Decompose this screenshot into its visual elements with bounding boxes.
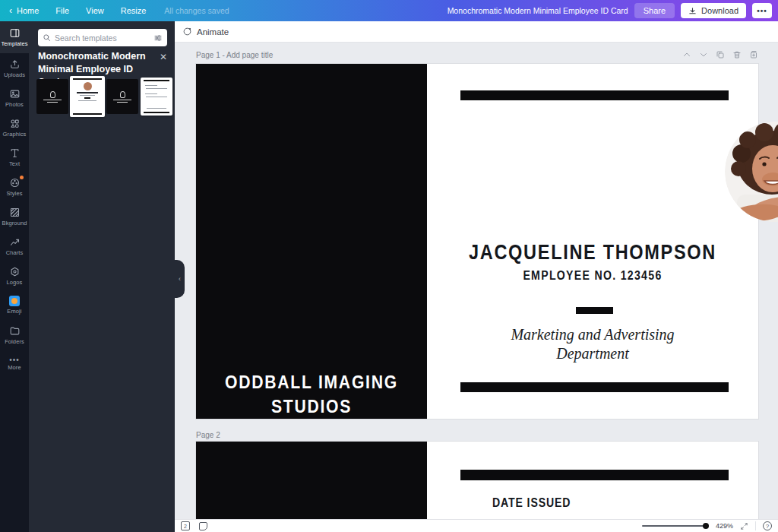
editor-toolbar: Animate xyxy=(175,21,778,43)
menu-home[interactable]: Home xyxy=(17,6,39,15)
page-count-icon[interactable]: 2 xyxy=(181,521,190,530)
status-bar: 2 429% ? xyxy=(175,519,778,532)
upload-icon xyxy=(9,59,21,70)
notes-icon[interactable] xyxy=(199,522,207,530)
zoom-level[interactable]: 429% xyxy=(716,522,733,530)
help-icon[interactable]: ? xyxy=(763,521,772,530)
notification-badge xyxy=(20,176,24,179)
share-button[interactable]: Share xyxy=(634,3,675,18)
styles-icon xyxy=(9,177,21,188)
more-icon: ••• xyxy=(9,358,20,363)
add-page-icon[interactable] xyxy=(749,50,758,59)
graphics-icon xyxy=(9,118,21,129)
sidebar-item-more[interactable]: ••• More xyxy=(0,350,29,379)
animate-button[interactable]: Animate xyxy=(182,27,229,36)
menu-view[interactable]: View xyxy=(86,6,104,15)
document-title[interactable]: Monochromatic Modern Minimal Employee ID… xyxy=(448,6,628,15)
sidebar-item-folders[interactable]: Folders xyxy=(0,320,29,350)
delete-page-icon[interactable] xyxy=(732,50,742,59)
templates-panel: Monochromatic Modern Minimal Employee ID… xyxy=(29,21,175,532)
template-thumbnails xyxy=(36,74,170,119)
template-thumbnail-page2-front[interactable] xyxy=(106,79,138,114)
animate-icon xyxy=(182,27,192,36)
search-icon xyxy=(43,33,51,42)
sidebar-item-uploads[interactable]: Uploads xyxy=(0,53,29,83)
move-up-icon[interactable] xyxy=(682,50,691,59)
move-down-icon[interactable] xyxy=(699,50,708,59)
search-input[interactable] xyxy=(55,33,150,43)
design-page-1[interactable]: ODDBALL IMAGING STUDIOS xyxy=(196,64,758,419)
sidebar-rail: Templates Uploads Photos Graphics Text S… xyxy=(0,21,29,532)
filter-icon[interactable] xyxy=(153,33,163,43)
decorative-bar-top[interactable] xyxy=(460,470,729,480)
bulb-icon xyxy=(50,91,55,98)
decorative-bar-bottom[interactable] xyxy=(460,382,729,392)
menu-resize[interactable]: Resize xyxy=(121,6,147,15)
sidebar-item-graphics[interactable]: Graphics xyxy=(0,112,29,142)
divider-bar[interactable] xyxy=(576,307,613,314)
charts-icon xyxy=(9,236,21,248)
zoom-slider[interactable] xyxy=(642,525,709,527)
card-front[interactable]: ODDBALL IMAGING STUDIOS xyxy=(196,64,427,419)
employee-photo[interactable] xyxy=(725,122,778,222)
download-icon xyxy=(688,7,697,15)
card2-back[interactable]: DATE ISSUED xyxy=(427,442,758,519)
page1-title[interactable]: Page 1 - Add page title xyxy=(196,51,273,59)
sidebar-item-templates[interactable]: Templates xyxy=(0,21,29,53)
zoom-slider-knob[interactable] xyxy=(703,523,709,529)
company-name[interactable]: ODDBALL IMAGING STUDIOS xyxy=(211,370,412,420)
background-icon xyxy=(9,207,21,218)
panel-collapse-toggle[interactable]: ‹ xyxy=(175,260,185,298)
fullscreen-icon[interactable] xyxy=(740,522,748,530)
page-tools xyxy=(682,50,758,59)
card2-front[interactable] xyxy=(196,442,427,519)
download-label: Download xyxy=(701,6,738,15)
bulb-icon xyxy=(120,91,125,98)
download-button[interactable]: Download xyxy=(681,3,746,18)
template-thumbnail-page1-front[interactable] xyxy=(36,79,68,114)
template-thumbnail-page2-back[interactable] xyxy=(141,78,172,116)
sidebar-item-photos[interactable]: Photos xyxy=(0,83,29,112)
employee-name[interactable]: JACQUELINE THOMPSON xyxy=(454,240,732,264)
decorative-bar-top[interactable] xyxy=(460,90,729,100)
sidebar-item-logos[interactable]: Logos xyxy=(0,261,29,290)
sidebar-item-styles[interactable]: Styles xyxy=(0,172,29,201)
photos-icon xyxy=(9,88,21,100)
sidebar-item-emoji[interactable]: Emoji xyxy=(0,290,29,320)
avatar xyxy=(84,82,92,90)
department[interactable]: Marketing and Advertising Department xyxy=(479,325,707,363)
page2-title[interactable]: Page 2 xyxy=(196,431,220,439)
saved-status: All changes saved xyxy=(164,6,229,15)
editor-canvas: Animate Page 1 - Add page title ODDBALL … xyxy=(175,21,778,519)
template-thumbnail-page1-back[interactable] xyxy=(70,76,105,117)
card-back[interactable]: JACQUELINE THOMPSON EMPLOYEE NO. 123456 … xyxy=(427,64,758,419)
emoji-icon xyxy=(9,296,20,306)
duplicate-page-icon[interactable] xyxy=(716,50,725,59)
top-bar: ‹ Home File View Resize All changes save… xyxy=(0,0,778,21)
folders-icon xyxy=(9,325,21,337)
menu-file[interactable]: File xyxy=(55,6,69,15)
back-icon[interactable]: ‹ xyxy=(9,5,12,16)
sidebar-item-background[interactable]: Bkground xyxy=(0,201,29,231)
date-issued-label[interactable]: DATE ISSUED xyxy=(492,496,571,510)
text-icon xyxy=(9,147,21,159)
more-options-button[interactable]: ••• xyxy=(752,3,772,18)
portrait-photo xyxy=(725,122,778,222)
design-page-2[interactable]: DATE ISSUED xyxy=(196,442,758,519)
search-box[interactable] xyxy=(38,29,167,46)
sidebar-item-charts[interactable]: Charts xyxy=(0,231,29,261)
templates-icon xyxy=(9,27,21,39)
logos-icon xyxy=(9,266,21,277)
sidebar-item-text[interactable]: Text xyxy=(0,142,29,172)
employee-number[interactable]: EMPLOYEE NO. 123456 xyxy=(447,269,738,283)
